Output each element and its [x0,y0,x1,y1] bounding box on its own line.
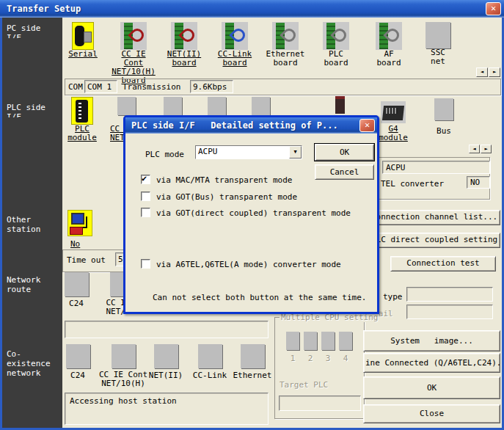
detail-field[interactable] [406,305,493,319]
plc-if-plc-module[interactable]: PLC module [58,97,106,142]
checkbox-box[interactable]: ✔ [141,175,150,184]
pc-if-scroll-left[interactable]: ◄ [476,68,488,77]
checkbox-label: via GOT(Bus) transparent mode [156,192,297,202]
plc-type-label: type [383,292,403,302]
target-plc-label: Target PLC [280,380,328,390]
plc-mode-combobox[interactable]: ACPU ▼ [195,145,302,159]
plc-if-module-box-2[interactable] [164,97,182,115]
close-icon: ✕ [491,3,496,13]
coexistence-c24-icon[interactable] [66,344,90,368]
window-titlebar: Transfer Setup [0,0,504,18]
pc-if-ssc-net[interactable]: SSC net [414,22,462,66]
plc-board-icon [323,22,349,50]
cpu-slot-1-number: 1 [286,354,299,363]
ethernet-board-icon [272,22,299,50]
coexistence-ccie-icon[interactable] [112,344,136,368]
checkbox-box[interactable]: ✔ [141,192,150,201]
cpu-slot-2-number: 2 [304,354,317,363]
sidebar-label-plc-side: PLC side I/F [7,103,45,117]
pc-if-plc-label: PLC board [312,50,360,68]
cpu-slot-3-number: 3 [321,354,335,363]
plc-mode-value: ACPU [196,146,289,158]
sidebar-label-network-route: Network route [7,275,40,294]
plc-type-field[interactable] [406,287,493,302]
plc-if-module-box-1[interactable] [117,97,136,115]
pc-if-plc-board[interactable]: PLC board [312,22,360,68]
pc-if-net2-board[interactable]: NET(II) board [160,22,208,68]
slim-module-icon[interactable] [335,96,345,114]
plc-if-module-box-4[interactable] [252,97,270,115]
net2-board-icon [171,22,197,50]
dialog-titlebar: PLC side I/F Detailed setting of P... [125,117,377,134]
line-connected-button[interactable]: ine Connected (Q/A6TEL,C24).. [363,353,500,373]
target-plc-field[interactable] [279,396,361,411]
arrow-right-icon: ► [484,146,487,152]
pc-if-af-board[interactable]: AF board [365,22,413,68]
pc-if-cclink-board[interactable]: CC-Link board [211,22,259,68]
connection-test-button[interactable]: Connection test [390,256,496,272]
plc-if-scroll-right[interactable]: ► [481,145,492,153]
network-route-c24-icon[interactable] [65,272,89,296]
check-icon: ✔ [142,173,147,183]
plc-side-detail-dialog: PLC side I/F Detailed setting of P... ✕ … [123,115,379,314]
cpu-slot-2[interactable] [304,332,317,350]
pc-if-serial[interactable]: Serial [59,22,107,59]
tel-converter-value-field[interactable]: NO [467,176,490,189]
checkbox-box[interactable]: ✔ [141,208,150,217]
combo-dropdown-button[interactable]: ▼ [289,146,302,158]
cpu-slot-1[interactable] [286,332,299,350]
coexistence-cclink-label: CC-Link [186,371,234,380]
main-close-button[interactable]: Close [363,404,500,423]
chevron-down-icon: ▼ [293,149,296,155]
network-route-info-field[interactable] [65,321,269,338]
other-station-no-icon[interactable] [67,210,92,236]
sidebar-label-pc-side: PC side I/F [7,23,40,38]
af-board-icon [376,22,402,50]
section-sidebar: PC side I/F PLC side I/F Other station N… [2,18,62,428]
sidebar-label-other-station: Other station [7,215,40,234]
main-ok-button[interactable]: OK [363,376,500,399]
coexistence-ethernet-icon[interactable] [241,344,265,368]
window-close-button[interactable]: ✕ [486,2,501,15]
bus-icon[interactable] [434,98,453,120]
cpu-slot-4[interactable] [339,332,352,350]
plc-if-module-box-3[interactable] [208,97,226,115]
plc-module-label: PLC module [58,125,106,142]
pc-if-scroll-right[interactable]: ► [489,68,500,77]
com-label: COM [68,82,83,92]
dialog-close-button[interactable]: ✕ [359,119,375,132]
pc-if-ccie-board[interactable]: CC IE Cont NET/10(H) board [109,22,158,85]
tel-converter-label: TEL converter [381,179,444,189]
ccie-board-icon [120,22,147,50]
system-image-button[interactable]: System image... [363,330,500,351]
checkbox-box[interactable]: ✔ [141,259,150,269]
timeout-label: Time out [67,255,106,265]
pc-if-net2-label: NET(II) board [160,50,208,68]
dialog-note: Can not select both button at the same t… [153,293,366,302]
arrow-left-icon: ◄ [481,69,483,75]
pc-if-af-label: AF board [365,50,413,68]
pc-if-ethernet-board[interactable]: Ethernet board [261,22,310,68]
transmission-speed-field[interactable]: 9.6Kbps [190,80,233,93]
dialog-ok-button[interactable]: OK [315,144,374,161]
plc-if-scroll-left[interactable]: ◄ [469,145,480,153]
checkbox-label: via GOT(direct coupled) transparent mode [156,208,351,218]
cpu-slot-4-number: 4 [339,354,352,363]
status-box: Accessing host station [65,393,269,425]
cpu-slot-3[interactable] [321,332,335,350]
coexistence-net2-label: NET(II) [142,371,190,380]
transfer-setup-window: Transfer Setup ✕ PC side I/F PLC side I/… [0,0,504,430]
cable-hook-icon [81,216,87,228]
pc-if-serial-label: Serial [59,50,107,59]
ssc-net-icon [426,22,450,48]
plc-type-value-field[interactable]: ACPU [382,161,490,174]
pc-if-ssc-label: SSC net [414,48,462,66]
pc-if-ethernet-label: Ethernet board [261,50,310,68]
plc-module-icon [71,97,93,125]
coexistence-cclink-icon[interactable] [198,344,222,368]
com-port-field[interactable]: COM 1 [84,80,117,93]
transmission-label: Transmission [123,82,180,92]
coexistence-net2-icon[interactable] [154,344,178,368]
plc-mode-label: PLC mode [145,150,184,159]
dialog-cancel-button[interactable]: Cancel [315,164,374,180]
